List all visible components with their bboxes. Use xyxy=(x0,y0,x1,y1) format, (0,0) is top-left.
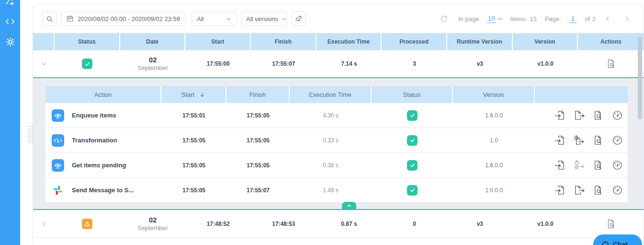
workflow-icon[interactable] xyxy=(4,0,16,7)
finish-cell: 17:55:07 xyxy=(226,187,290,194)
output-doc-icon[interactable] xyxy=(574,110,585,121)
date-range-picker[interactable]: 2020/09/02 00:00 - 2020/09/02 23:59 xyxy=(61,12,185,26)
subcolumn-header-finish[interactable]: Finish xyxy=(226,86,290,103)
subcolumn-header-start[interactable]: Start xyxy=(161,86,226,103)
prev-page-icon[interactable] xyxy=(604,15,611,23)
processed-cell: 3 xyxy=(382,60,447,67)
runtime-version-cell: v3 xyxy=(447,221,513,227)
settings-icon[interactable] xyxy=(4,36,16,47)
subtable-row[interactable]: Transformation 17:55:05 17:55:05 0.33 s … xyxy=(45,128,628,153)
start-cell: 17:55:05 xyxy=(161,162,226,169)
expanded-execution-detail: Action Start Finish Execution Time Statu… xyxy=(33,77,644,210)
finish-cell: 17:55:07 xyxy=(251,60,316,67)
subcolumn-header-empty xyxy=(535,86,628,103)
subcolumn-header-execution-time[interactable]: Execution Time xyxy=(290,86,372,103)
table-row[interactable]: 02 September 17:48:52 17:48:53 0.87 s 0 … xyxy=(33,210,644,238)
table-row[interactable]: 02 September 17:55:00 17:55:07 7.14 s 3 … xyxy=(33,50,644,77)
app-sidebar xyxy=(0,0,20,245)
finish-cell: 17:55:05 xyxy=(226,137,290,144)
column-header-actions[interactable]: Actions xyxy=(578,33,644,50)
subtable-row[interactable]: Get items pending 17:55:05 17:55:05 0.38… xyxy=(45,153,628,178)
vertical-scrollbar[interactable] xyxy=(638,37,642,119)
finish-cell: 17:48:53 xyxy=(251,221,316,227)
subcolumn-header-status[interactable]: Status xyxy=(372,86,453,103)
queue-icon xyxy=(52,109,64,122)
performance-icon[interactable] xyxy=(612,185,623,196)
start-cell: 17:55:05 xyxy=(161,137,226,144)
chevron-down-icon xyxy=(497,16,502,21)
column-header-start[interactable]: Start xyxy=(185,33,251,50)
expand-column-header xyxy=(33,33,55,50)
column-header-runtime-version[interactable]: Runtime Version xyxy=(447,33,513,50)
status-success-icon xyxy=(407,160,418,171)
action-name: Send Message to S... xyxy=(72,187,134,194)
column-header-processed[interactable]: Processed xyxy=(382,33,447,50)
performance-icon[interactable] xyxy=(612,110,623,121)
type-filter-value: All xyxy=(197,15,203,23)
subtable-row[interactable]: Send Message to S... 17:55:05 17:55:07 1… xyxy=(45,178,628,203)
search-button[interactable] xyxy=(42,12,56,26)
page-size-select[interactable]: 10 xyxy=(487,15,502,23)
collapse-row-icon[interactable] xyxy=(33,60,55,68)
code-icon[interactable] xyxy=(4,16,16,27)
version-cell: 1.0 xyxy=(453,137,535,144)
action-name: Get items pending xyxy=(72,162,126,169)
column-header-finish[interactable]: Finish xyxy=(251,33,316,50)
preview-icon[interactable] xyxy=(593,135,604,146)
status-warning-icon xyxy=(82,219,92,229)
page-number-input[interactable]: 1 xyxy=(569,15,576,23)
collapse-panel-button[interactable] xyxy=(342,202,356,209)
execution-time-cell: 4.30 s xyxy=(290,112,372,119)
preview-icon[interactable] xyxy=(593,160,604,171)
preview-icon[interactable] xyxy=(593,110,604,121)
of-label: of xyxy=(585,15,590,23)
queue-icon xyxy=(52,159,64,172)
processed-cell: 0 xyxy=(382,221,447,227)
items-label: Items: xyxy=(510,15,527,23)
preview-icon[interactable] xyxy=(578,58,644,69)
runtime-version-cell: v3 xyxy=(447,60,513,67)
eraser-icon xyxy=(295,15,303,23)
chat-button[interactable]: Chat xyxy=(593,234,642,245)
subtable-row[interactable]: Enqueue items 17:55:01 17:55:05 4.30 s 1… xyxy=(45,103,628,128)
column-header-status[interactable]: Status xyxy=(55,33,120,50)
page-label: Page: xyxy=(545,15,561,23)
items-count: 15 xyxy=(530,15,536,23)
type-filter-select[interactable]: All xyxy=(192,12,237,26)
version-filter-select[interactable]: All versions xyxy=(241,12,287,26)
version-cell: 1.6.0.0 xyxy=(453,162,535,169)
column-header-execution-time[interactable]: Execution Time xyxy=(316,33,382,50)
subcolumn-header-version[interactable]: Version xyxy=(453,86,535,103)
execution-time-cell: 7.14 s xyxy=(316,60,382,67)
execution-time-cell: 1.49 s xyxy=(290,187,372,194)
status-success-icon xyxy=(407,135,418,146)
date-range-value: 2020/09/02 00:00 - 2020/09/02 23:59 xyxy=(78,15,180,23)
preview-icon[interactable] xyxy=(593,185,604,196)
expand-row-icon[interactable] xyxy=(33,220,55,228)
locked-output-doc-icon[interactable] xyxy=(574,135,585,146)
action-name: Enqueue items xyxy=(72,112,116,119)
input-doc-icon[interactable] xyxy=(554,160,565,171)
subcolumn-header-action[interactable]: Action xyxy=(45,86,161,103)
refresh-icon[interactable] xyxy=(440,15,448,23)
preview-icon[interactable] xyxy=(578,219,644,229)
input-doc-icon[interactable] xyxy=(554,185,565,196)
column-header-version[interactable]: Version xyxy=(513,33,578,50)
date-month: September xyxy=(120,224,186,232)
clear-filters-button[interactable] xyxy=(292,12,306,26)
performance-icon[interactable] xyxy=(612,135,623,146)
input-doc-icon[interactable] xyxy=(554,135,565,146)
next-page-icon[interactable] xyxy=(623,15,631,23)
performance-icon[interactable] xyxy=(612,160,623,171)
locked-output-disabled-icon[interactable] xyxy=(574,160,585,171)
sort-desc-icon xyxy=(199,92,205,98)
input-doc-icon[interactable] xyxy=(554,110,565,121)
start-cell: 17:55:00 xyxy=(185,60,251,67)
lambda-icon xyxy=(52,134,64,147)
column-header-date[interactable]: Date xyxy=(120,33,186,50)
panel-resize-handle[interactable] xyxy=(27,126,33,143)
start-cell: 17:55:01 xyxy=(161,112,226,119)
finish-cell: 17:55:05 xyxy=(226,162,290,169)
output-doc-icon[interactable] xyxy=(574,185,585,196)
execution-time-cell: 0.38 s xyxy=(290,162,372,169)
